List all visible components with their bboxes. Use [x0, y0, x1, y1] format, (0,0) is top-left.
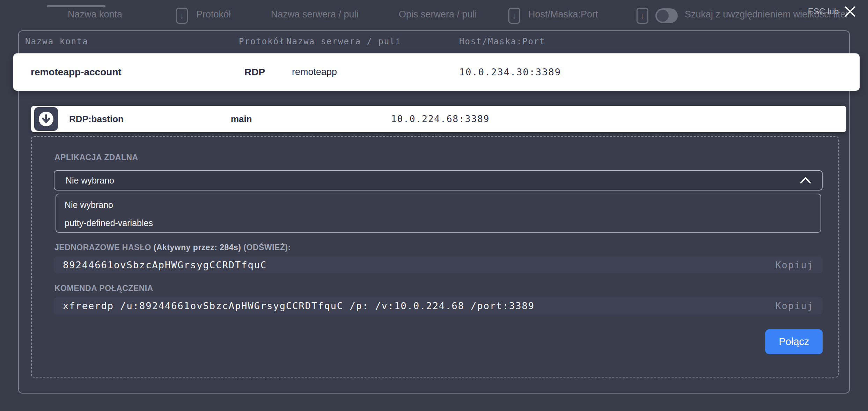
connect-button[interactable]: Połącz: [765, 329, 823, 354]
close-icon[interactable]: [844, 5, 857, 18]
account-protocol: RDP: [244, 53, 265, 91]
option-putty-defined-variables[interactable]: putty-defined-variables: [56, 215, 821, 231]
column-header-account: Nazwa konta: [25, 37, 88, 46]
target-row[interactable]: RDP:bastion main 10.0.224.68:3389: [31, 106, 846, 132]
otp-value: 89244661ovSbzcApHWGrsygCCRDTfquC: [63, 260, 267, 270]
remote-app-selected-value: Nie wybrano: [66, 175, 114, 186]
otp-field: 89244661ovSbzcApHWGrsygCCRDTfquC Kopiuj: [54, 256, 823, 273]
bg-column-account: Nazwa konta: [68, 9, 122, 20]
otp-label-main: JEDNORAZOWE HASŁO: [54, 243, 151, 252]
remote-app-select[interactable]: Nie wybrano: [54, 170, 823, 190]
connect-target-button[interactable]: [34, 107, 58, 131]
command-value: xfreerdp /u:89244661ovSbzcApHWGrsygCCRDT…: [63, 300, 535, 311]
chevron-up-icon: [800, 176, 811, 185]
sort-icon: ↓: [176, 8, 188, 24]
bg-column-host: Host/Maska:Port: [528, 9, 598, 20]
target-pool: main: [231, 106, 252, 132]
dialog-close-area: ESC lub: [808, 5, 857, 18]
target-name: RDP:bastion: [69, 106, 124, 132]
target-host: 10.0.224.68:3389: [391, 106, 490, 132]
account-server: remoteapp: [292, 53, 337, 91]
screen: Nazwa konta ↓ Protokół Nazwa serwera / p…: [0, 0, 868, 411]
connection-dialog: Nazwa konta Protokół Nazwa serwera / pul…: [18, 30, 850, 394]
account-row[interactable]: remoteapp-account RDP remoteapp 10.0.234…: [13, 53, 860, 91]
account-host: 10.0.234.30:3389: [459, 53, 561, 91]
connection-details-panel: APLIKACJA ZDALNA Nie wybrano Nie wybrano…: [31, 136, 839, 378]
command-field: xfreerdp /u:89244661ovSbzcApHWGrsygCCRDT…: [54, 297, 823, 314]
command-label: KOMENDA POŁĄCZENIA: [54, 284, 153, 293]
bg-column-server: Nazwa serwera / puli: [271, 9, 359, 20]
otp-label: JEDNORAZOWE HASŁO (Aktywny przez: 284s) …: [54, 243, 291, 252]
bg-column-description: Opis serwera / puli: [399, 9, 477, 20]
column-header-host: Host/Maska:Port: [459, 37, 545, 46]
command-copy-button[interactable]: Kopiuj: [775, 297, 814, 314]
background-tab-indicator: [47, 5, 105, 7]
column-header-server: Nazwa serwera / puli: [286, 37, 401, 46]
column-header-protocol: Protokół: [239, 37, 285, 46]
otp-label-active: (Aktywny przez: 284s): [154, 243, 241, 252]
remote-app-options-list: Nie wybrano putty-defined-variables: [56, 194, 821, 233]
remote-app-label: APLIKACJA ZDALNA: [54, 153, 138, 162]
esc-hint-label: ESC lub: [808, 7, 839, 16]
case-sensitive-toggle: [655, 8, 678, 23]
sort-icon: ↓: [637, 8, 648, 24]
download-circle-icon: [38, 111, 54, 127]
bg-column-protocol: Protokół: [196, 9, 231, 20]
otp-label-refresh[interactable]: (ODŚWIEŻ):: [243, 243, 290, 252]
sort-icon: ↓: [508, 8, 520, 24]
otp-copy-button[interactable]: Kopiuj: [775, 256, 814, 273]
account-name: remoteapp-account: [31, 53, 122, 91]
option-nie-wybrano[interactable]: Nie wybrano: [56, 196, 821, 213]
